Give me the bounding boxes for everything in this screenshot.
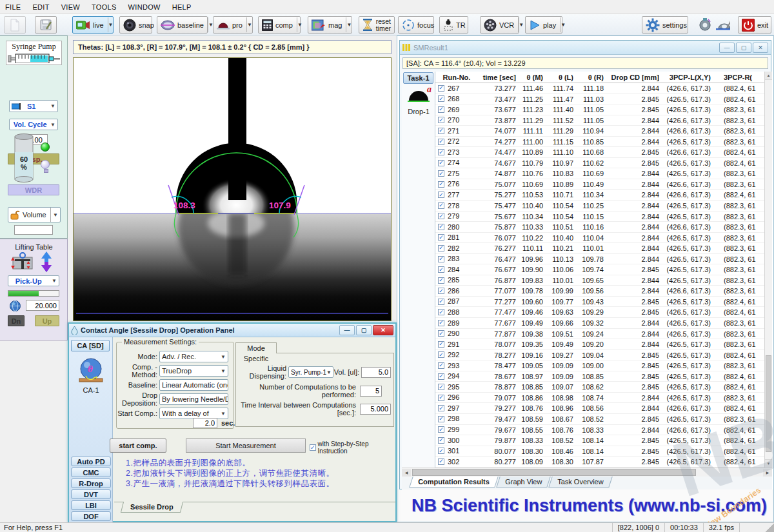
horizontal-scrollbar[interactable]: ◀ ▶	[402, 468, 772, 477]
column-header[interactable]: θ (M)	[520, 72, 547, 83]
column-header[interactable]: Drop CD [mm]	[608, 72, 663, 83]
row-checkbox[interactable]: ✓	[438, 309, 444, 315]
play-button[interactable]: play ▼	[525, 16, 562, 34]
row-checkbox[interactable]: ✓	[438, 106, 444, 113]
menu-item-edit[interactable]: EDIT	[32, 3, 49, 11]
pro-dropdown[interactable]: ▼	[246, 17, 252, 32]
row-checkbox[interactable]: ✓	[438, 128, 444, 134]
table-row[interactable]: ✓28176.077110.22110.40110.042.844(426.5,…	[435, 233, 764, 244]
interval-input[interactable]	[360, 404, 391, 415]
step-by-step-checkbox[interactable]: ✓ with Step-by-Step Instruction	[310, 440, 395, 455]
row-checkbox[interactable]: ✓	[438, 85, 444, 92]
comp-button[interactable]: comp ▼	[258, 16, 301, 34]
table-row[interactable]: ✓27073.877111.29111.52111.052.844(426.6,…	[435, 115, 764, 126]
dialog-title-bar[interactable]: Contact Angle [Sessile Drop] Operation P…	[69, 324, 395, 337]
sessile-drop-tool-button[interactable]	[712, 16, 734, 34]
menu-item-file[interactable]: FILE	[5, 3, 21, 11]
row-checkbox[interactable]: ✓	[438, 139, 444, 145]
table-row[interactable]: ✓28576.877109.83110.01109.652.844(426.5,…	[435, 275, 764, 286]
results-tab-computation-results[interactable]: Computation Results	[409, 477, 498, 488]
row-checkbox[interactable]: ✓	[438, 181, 444, 188]
table-row[interactable]: ✓27875.477110.40110.54110.252.844(426.5,…	[435, 201, 764, 212]
column-header[interactable]: 3PCP-R(	[715, 72, 764, 83]
table-row[interactable]: ✓29578.877108.85109.07108.622.845(426.5,…	[435, 382, 764, 393]
row-checkbox[interactable]: ✓	[438, 341, 444, 348]
table-row[interactable]: ✓26773.277111.46111.74111.182.844(426.6,…	[435, 83, 764, 94]
table-row[interactable]: ✓28276.277110.11110.21110.012.844(426.5,…	[435, 243, 764, 254]
exit-button[interactable]: exit	[738, 16, 771, 34]
column-header[interactable]: θ (L)	[547, 72, 577, 83]
drop-icon[interactable]: a	[408, 90, 430, 103]
results-tab-graph-view[interactable]: Graph View	[496, 477, 551, 488]
sessile-drop-tab[interactable]: Sessile Drop	[121, 502, 183, 513]
scroll-down-icon[interactable]: ▼	[765, 459, 772, 468]
camera-live-view[interactable]: 108.3 107.9	[73, 57, 392, 321]
minimize-icon[interactable]: —	[719, 43, 735, 53]
table-row[interactable]: ✓30280.277108.09108.30107.872.845(426.5,…	[435, 457, 764, 468]
field-select-drop-deposition[interactable]: By lowering Needle/Drop▼	[159, 393, 228, 405]
start-comp-button[interactable]: start comp.	[110, 438, 166, 453]
wdr-button[interactable]: WDR	[8, 184, 59, 195]
row-checkbox[interactable]: ✓	[438, 416, 444, 422]
method-button-auto-pd[interactable]: Auto PD	[71, 457, 111, 466]
new-document-button[interactable]	[4, 16, 26, 34]
method-button-dof[interactable]: DOF	[71, 511, 111, 521]
row-checkbox[interactable]: ✓	[438, 288, 444, 294]
table-row[interactable]: ✓29779.277108.76108.96108.562.844(426.6,…	[435, 403, 764, 414]
row-checkbox[interactable]: ✓	[438, 437, 444, 444]
row-checkbox[interactable]: ✓	[438, 266, 444, 273]
row-checkbox[interactable]: ✓	[438, 351, 444, 358]
column-header[interactable]: time [sec]	[478, 72, 520, 83]
table-row[interactable]: ✓29278.277109.16109.27109.042.845(426.5,…	[435, 350, 764, 361]
table-row[interactable]: ✓30180.077108.30108.46108.142.845(426.5,…	[435, 446, 764, 457]
table-row[interactable]: ✓29679.077108.86108.98108.742.844(426.5,…	[435, 393, 764, 404]
mag-dropdown[interactable]: ▼	[346, 17, 352, 32]
vertical-scroll-thumb[interactable]	[766, 355, 771, 452]
lamp-icon[interactable]	[41, 160, 50, 169]
mode-specific-tab[interactable]: Mode Specific	[235, 342, 277, 353]
row-checkbox[interactable]: ✓	[438, 320, 444, 326]
close-icon[interactable]: ✕	[373, 325, 393, 335]
row-checkbox[interactable]: ✓	[438, 373, 444, 380]
table-row[interactable]: ✓29378.477109.05109.09109.002.845(426.5,…	[435, 360, 764, 371]
table-height-icon[interactable]	[10, 252, 35, 271]
volume-lock-select[interactable]: Volume ▼	[8, 207, 61, 222]
row-checkbox[interactable]: ✓	[438, 395, 444, 401]
menu-item-window[interactable]: WINDOW	[128, 3, 161, 11]
table-row[interactable]: ✓27574.877110.76110.83110.692.844(426.5,…	[435, 168, 764, 179]
table-row[interactable]: ✓27274.277111.00111.15110.852.844(426.5,…	[435, 137, 764, 148]
table-row[interactable]: ✓28777.277109.60109.77109.432.845(426.5,…	[435, 297, 764, 308]
vcr-button[interactable]: VCR ▼	[480, 16, 519, 34]
table-row[interactable]: ✓26973.677111.23111.40111.052.845(426.5,…	[435, 104, 764, 115]
row-checkbox[interactable]: ✓	[438, 426, 444, 433]
pendant-drop-tool-button[interactable]	[694, 16, 712, 34]
smresult-title-bar[interactable]: SMResult1 — ▢ ✕	[400, 41, 771, 55]
reset-timer-button[interactable]: resettimer	[359, 16, 395, 34]
table-row[interactable]: ✓27775.277110.53110.71110.342.844(426.6,…	[435, 190, 764, 201]
close-icon[interactable]: ✕	[753, 43, 768, 53]
field-select-comp-method[interactable]: TrueDrop▼	[159, 365, 228, 377]
scroll-right-icon[interactable]: ▶	[763, 469, 772, 477]
row-checkbox[interactable]: ✓	[438, 202, 444, 209]
restore-icon[interactable]: ▢	[356, 325, 372, 335]
snap-button[interactable]: snap	[119, 16, 152, 34]
row-checkbox[interactable]: ✓	[438, 299, 444, 305]
row-checkbox[interactable]: ✓	[438, 117, 444, 123]
menu-item-view[interactable]: VIEW	[61, 3, 80, 11]
field-select-mode[interactable]: Adv. / Rec.▼	[159, 351, 228, 362]
menu-item-help[interactable]: HELP	[172, 3, 192, 11]
row-checkbox[interactable]: ✓	[438, 330, 444, 337]
tr-button[interactable]: TR	[439, 16, 468, 34]
row-checkbox[interactable]: ✓	[438, 384, 444, 390]
liquid-dispensing-select[interactable]: Syr. Pump-1 ▼	[288, 366, 333, 378]
column-header[interactable]: θ (R)	[577, 72, 608, 83]
row-checkbox[interactable]: ✓	[438, 234, 444, 241]
table-row[interactable]: ✓28677.077109.78109.99109.562.844(426.6,…	[435, 286, 764, 297]
table-row[interactable]: ✓28977.677109.49109.66109.322.844(426.5,…	[435, 318, 764, 329]
column-header[interactable]: 3PCP-L(X,Y)	[663, 72, 715, 83]
table-row[interactable]: ✓29178.077109.35109.49109.202.844(426.5,…	[435, 339, 764, 350]
minimize-icon[interactable]: —	[339, 325, 355, 335]
row-checkbox[interactable]: ✓	[438, 192, 444, 198]
start-measurement-button[interactable]: Start Measurement	[186, 438, 306, 453]
ca-sd-tab[interactable]: CA [SD]	[71, 340, 110, 351]
